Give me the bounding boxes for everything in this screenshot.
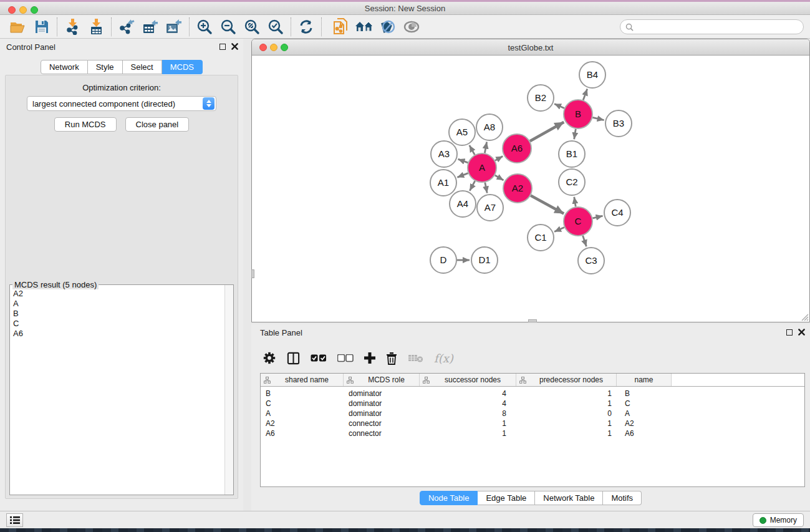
graph-edge-C-C3[interactable] <box>583 236 587 246</box>
criterion-dropdown[interactable]: largest connected component (directed) <box>27 96 216 111</box>
column-header-MCDS-role[interactable]: MCDS role <box>344 374 420 386</box>
node-table[interactable]: shared nameMCDS rolesuccessor nodesprede… <box>260 373 805 487</box>
tab-mcds[interactable]: MCDS <box>162 60 203 74</box>
zoom-in-button[interactable] <box>193 17 216 37</box>
export-network-icon <box>118 19 135 35</box>
hierarchy-icon <box>347 377 354 384</box>
result-list-scrollbar[interactable] <box>224 285 233 495</box>
table-cell: 1 <box>420 419 516 428</box>
memory-button[interactable]: Memory <box>753 513 804 527</box>
home-layout-button[interactable] <box>352 17 376 37</box>
float-panel-icon[interactable] <box>219 44 226 50</box>
eye-icon <box>403 21 420 33</box>
column-header-name[interactable]: name <box>617 374 672 386</box>
tab-style[interactable]: Style <box>88 60 123 74</box>
table-row[interactable]: Cdominator41C <box>261 399 804 409</box>
toolbar-separator <box>57 17 57 36</box>
tab-edge-table[interactable]: Edge Table <box>478 491 535 505</box>
tab-node-table[interactable]: Node Table <box>420 491 478 505</box>
deselect-all-button[interactable] <box>337 354 354 362</box>
graph-edge-A-A6[interactable] <box>495 157 503 161</box>
graph-edge-A-A4[interactable] <box>470 181 475 191</box>
graph-edge-A-A5[interactable] <box>470 145 475 155</box>
table-row[interactable]: Bdominator41B <box>261 389 804 399</box>
close-table-panel-icon[interactable] <box>798 329 805 336</box>
graph-edge-C-C2[interactable] <box>574 197 576 207</box>
table-cell: 4 <box>420 389 516 398</box>
result-list-item[interactable]: A <box>13 299 224 309</box>
table-row[interactable]: A6connector11A6 <box>261 428 804 438</box>
column-header-successor-nodes[interactable]: successor nodes <box>420 374 516 386</box>
network-hscroll-thumb[interactable] <box>528 319 537 322</box>
run-mcds-button[interactable]: Run MCDS <box>54 117 117 132</box>
import-table-button[interactable] <box>84 17 108 37</box>
zoom-selected-button[interactable] <box>264 17 287 37</box>
delete-column-button[interactable] <box>386 352 397 365</box>
graph-edge-A-A1[interactable] <box>457 173 468 178</box>
column-header-shared-name[interactable]: shared name <box>261 374 344 386</box>
search-input[interactable] <box>634 21 803 33</box>
hide-labels-button[interactable] <box>376 17 400 37</box>
zoom-fit-button[interactable] <box>240 17 264 37</box>
column-header-predecessor-nodes[interactable]: predecessor nodes <box>516 374 617 386</box>
graph-edge-C-C1[interactable] <box>554 228 564 232</box>
graph-edge-A6-B[interactable] <box>530 122 564 142</box>
graph-edge-A-A7[interactable] <box>485 183 487 193</box>
refresh-button[interactable] <box>294 17 318 37</box>
column-label: shared name <box>271 375 343 384</box>
result-list-item[interactable]: A6 <box>13 329 224 339</box>
network-vscroll-thumb[interactable] <box>251 269 254 278</box>
graph-edge-B-B4[interactable] <box>583 89 587 100</box>
graph-edge-B-B3[interactable] <box>592 117 604 120</box>
graph-node-label-A3: A3 <box>438 148 450 159</box>
network-canvas[interactable]: B4B2BB3A5A8A6B1A3AC2A1A2A4A7C4CC1C3DD1 <box>252 56 809 322</box>
show-hide-graphics-button[interactable] <box>400 17 423 37</box>
graph-edge-A-A3[interactable] <box>458 159 468 163</box>
export-network-button[interactable] <box>115 17 138 37</box>
network-window-titlebar[interactable]: testGlobe.txt <box>252 39 809 56</box>
graph-edge-A2-C[interactable] <box>531 196 564 214</box>
table-cell: A2 <box>261 419 344 428</box>
tab-network-table[interactable]: Network Table <box>535 491 603 505</box>
graph-edge-B-B2[interactable] <box>554 104 564 109</box>
export-table-button[interactable] <box>138 17 162 37</box>
graph-edge-A-A2[interactable] <box>495 175 504 180</box>
task-history-button[interactable] <box>6 513 23 527</box>
close-panel-icon[interactable] <box>231 43 238 50</box>
result-list-item[interactable]: A2 <box>13 289 224 299</box>
tab-network[interactable]: Network <box>41 60 88 74</box>
import-table-icon <box>89 19 104 35</box>
column-header-filler <box>672 374 804 386</box>
graph-edge-A-A8[interactable] <box>485 142 486 153</box>
select-all-button[interactable] <box>311 354 327 362</box>
save-icon <box>35 20 49 34</box>
add-column-button[interactable] <box>364 352 375 364</box>
tab-motifs[interactable]: Motifs <box>603 491 642 505</box>
graph-node-label-D1: D1 <box>478 254 490 265</box>
table-row[interactable]: A2connector11A2 <box>261 418 804 428</box>
table-settings-button[interactable] <box>263 351 276 365</box>
resize-grip-icon[interactable] <box>801 313 809 321</box>
zoom-selected-icon <box>268 19 284 35</box>
table-cell: connector <box>344 429 420 438</box>
graph-node-label-B3: B3 <box>613 118 624 128</box>
float-table-panel-icon[interactable] <box>786 329 793 336</box>
save-session-button[interactable] <box>30 17 54 37</box>
search-field[interactable] <box>620 19 804 34</box>
open-session-button[interactable] <box>6 17 30 37</box>
network-view-window: testGlobe.txt B4B2BB3A5A8A6B1A3AC2A1A2A4… <box>251 39 810 322</box>
show-columns-button[interactable] <box>287 352 300 365</box>
graph-edge-B-B1[interactable] <box>574 129 576 140</box>
result-list-item[interactable]: C <box>13 319 224 329</box>
network-from-file-button[interactable] <box>329 17 352 37</box>
close-panel-button[interactable]: Close panel <box>125 117 190 132</box>
graph-edge-C-C4[interactable] <box>592 216 602 218</box>
tab-select[interactable]: Select <box>123 60 162 74</box>
zoom-out-button[interactable] <box>216 17 240 37</box>
export-image-button[interactable] <box>162 17 186 37</box>
plus-icon <box>364 352 375 364</box>
result-list-item[interactable]: B <box>13 309 224 319</box>
hierarchy-icon <box>519 377 526 384</box>
table-row[interactable]: Adominator80A <box>261 409 804 418</box>
import-network-button[interactable] <box>60 17 84 37</box>
